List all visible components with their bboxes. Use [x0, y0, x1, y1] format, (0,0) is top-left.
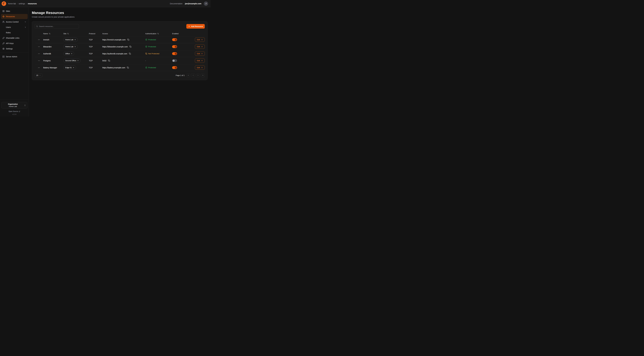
sidebar-item-roles[interactable]: Roles [1, 30, 28, 35]
sidebar-item-label: API Keys [6, 42, 14, 44]
edit-button[interactable]: Edit [195, 66, 205, 70]
org-selector-title: Organization [3, 103, 23, 105]
copy-button[interactable] [128, 52, 131, 55]
auth-label: - [145, 60, 146, 62]
site-link-button[interactable]: Second Office [63, 58, 80, 63]
resource-name: Authentik [43, 52, 51, 55]
header-label: Name [43, 32, 48, 35]
sort-icon [157, 33, 159, 34]
edit-label: Edit [197, 52, 200, 55]
add-resource-button[interactable]: Add Resource [186, 24, 205, 28]
sidebar-item-shareable-links[interactable]: Shareable Links [1, 36, 28, 40]
sidebar-item-api-keys[interactable]: API Keys [1, 41, 28, 46]
next-page-button[interactable] [196, 74, 200, 77]
edit-button[interactable]: Edit [195, 58, 205, 63]
shield-check-icon [145, 66, 147, 68]
resources-card: Add Resource Name Site [32, 21, 208, 80]
sort-icon [67, 33, 69, 34]
chevron-right-icon [24, 26, 26, 28]
user-email[interactable]: joe@example.com [185, 2, 202, 5]
breadcrumb-org[interactable]: home-lab [8, 2, 16, 5]
auth-status: Protected [145, 39, 172, 41]
copy-icon [108, 60, 110, 62]
open-source-link[interactable]: Open Source [8, 110, 20, 112]
edit-button[interactable]: Edit [195, 38, 205, 42]
external-arrow-icon [74, 46, 76, 48]
row-menu-button[interactable] [37, 66, 40, 69]
site-name: Second Office [65, 60, 76, 62]
first-page-button[interactable] [186, 74, 190, 77]
breadcrumb-separator-icon: › [26, 2, 27, 4]
server-icon [2, 56, 4, 58]
resource-name: Postgres [43, 60, 50, 62]
table-footer: 20 Page 1 of 1 [35, 73, 205, 77]
header-site[interactable]: Site [63, 32, 89, 35]
copy-button[interactable] [126, 66, 129, 69]
users-icon [2, 21, 4, 23]
site-link-button[interactable]: Office [63, 52, 74, 56]
link-icon [2, 37, 4, 39]
row-menu-button[interactable] [37, 52, 40, 55]
copy-icon [130, 46, 132, 48]
sidebar: Sites Resources Access Control Users [0, 7, 29, 116]
chevron-down-icon [39, 74, 41, 76]
arrow-right-icon [201, 60, 203, 62]
sidebar-item-resources[interactable]: Resources [1, 14, 28, 19]
header-label: Access [102, 32, 108, 35]
sidebar-item-access-control[interactable]: Access Control [1, 19, 28, 24]
protocol-value: TCP [89, 52, 93, 55]
sidebar-item-server-admin[interactable]: Server Admin [1, 54, 28, 59]
enabled-toggle[interactable] [172, 45, 177, 48]
copy-button[interactable] [127, 38, 130, 41]
site-link-button[interactable]: Home Lab [63, 44, 78, 49]
page-info: Page 1 of 1 [176, 74, 185, 76]
key-icon [2, 42, 4, 44]
sidebar-item-label: Resources [6, 16, 15, 18]
site-link-button[interactable]: Edge 01 [63, 66, 76, 70]
breadcrumb-settings[interactable]: settings [19, 2, 25, 5]
avatar[interactable]: J [204, 2, 208, 6]
page-title: Manage Resources [32, 11, 208, 15]
protocol-value: TCP [89, 66, 93, 69]
search-input[interactable] [39, 25, 78, 28]
table-row: Immich Home Lab TCP https://immich.examp… [35, 36, 205, 43]
page-subtitle: Create secure proxies to your private ap… [32, 16, 208, 18]
table-bottom-border [35, 71, 205, 71]
org-selector[interactable]: Organization Home Lab [1, 102, 28, 108]
enabled-toggle[interactable] [172, 66, 177, 69]
sidebar-item-sites[interactable]: Sites [1, 8, 28, 14]
sidebar-item-users[interactable]: Users [1, 25, 28, 30]
site-name: Office [65, 52, 70, 55]
edit-button[interactable]: Edit [195, 44, 205, 49]
row-menu-button[interactable] [37, 38, 40, 41]
enabled-toggle[interactable] [172, 38, 177, 41]
chevrons-up-down-icon [24, 104, 26, 106]
documentation-link[interactable]: Documentation [170, 2, 182, 5]
sidebar-item-label: Roles [6, 32, 11, 34]
header-authentication[interactable]: Authentication [145, 32, 172, 35]
prev-page-button[interactable] [191, 74, 195, 77]
copy-button[interactable] [108, 59, 110, 62]
site-name: Home Lab [65, 39, 73, 41]
topbar-right: Documentation joe@example.com J [170, 2, 208, 6]
page-size-select[interactable]: 20 [35, 73, 42, 77]
arrow-right-icon [201, 46, 203, 48]
table-toolbar: Add Resource [35, 24, 205, 28]
edit-button[interactable]: Edit [195, 52, 205, 56]
site-link-button[interactable]: Home Lab [63, 38, 78, 42]
sidebar-item-label: Sites [6, 10, 10, 12]
ellipsis-icon [38, 66, 40, 69]
app-logo-icon[interactable] [2, 1, 6, 6]
sidebar-item-settings[interactable]: Settings [1, 46, 28, 51]
row-menu-button[interactable] [37, 59, 40, 62]
row-menu-button[interactable] [37, 45, 40, 48]
auth-status: Protected [145, 46, 172, 48]
enabled-toggle[interactable] [172, 59, 177, 62]
copy-button[interactable] [129, 45, 132, 48]
last-page-button[interactable] [201, 74, 205, 77]
breadcrumb-separator-icon: › [17, 2, 18, 4]
table-header: Name Site Protocol [35, 31, 205, 36]
header-enabled: Enabled [172, 32, 191, 35]
header-name[interactable]: Name [43, 32, 63, 35]
enabled-toggle[interactable] [172, 52, 177, 55]
